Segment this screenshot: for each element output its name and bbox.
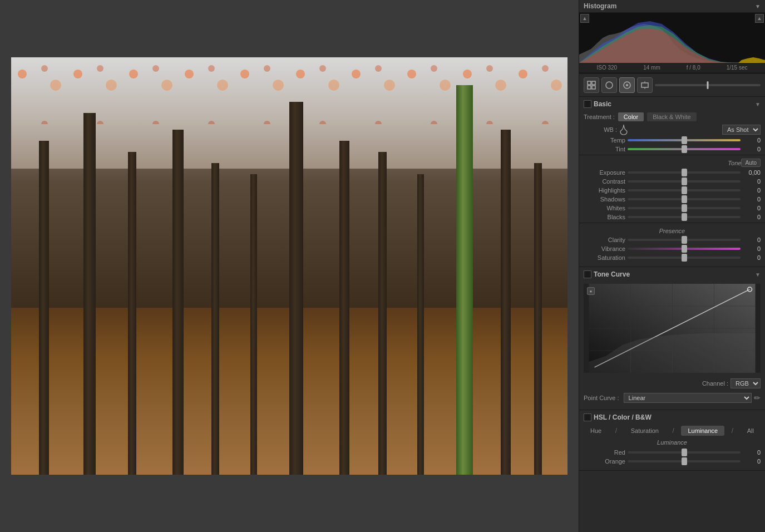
shadows-label: Shadows bbox=[584, 196, 625, 203]
tone-curve-collapse[interactable]: ▼ bbox=[755, 272, 761, 278]
photo-display bbox=[11, 57, 567, 475]
luminance-red-label: Red bbox=[584, 449, 625, 456]
vibrance-label: Vibrance bbox=[584, 245, 625, 252]
blacks-label: Blacks bbox=[584, 214, 625, 220]
vibrance-slider[interactable] bbox=[628, 248, 741, 250]
hsl-tab-luminance[interactable]: Luminance bbox=[681, 426, 724, 436]
blacks-slider-row: Blacks 0 bbox=[579, 213, 765, 221]
histogram-title: Histogram bbox=[584, 2, 616, 10]
vibrance-slider-row: Vibrance 0 bbox=[579, 244, 765, 253]
luminance-orange-label: Orange bbox=[584, 458, 625, 465]
point-curve-row: Point Curve : Linear ✏ bbox=[579, 391, 765, 405]
clarity-slider[interactable] bbox=[628, 239, 741, 241]
rect-tool-btn[interactable] bbox=[637, 77, 653, 93]
svg-point-5 bbox=[606, 82, 613, 88]
exposure-slider[interactable] bbox=[628, 171, 741, 174]
color-treatment-btn[interactable]: Color bbox=[618, 112, 644, 121]
highlights-label: Highlights bbox=[584, 187, 625, 194]
tone-curve-title: Tone Curve bbox=[594, 270, 630, 278]
luminance-header: Luminance bbox=[579, 438, 765, 448]
saturation-label: Saturation bbox=[584, 254, 625, 261]
auto-tone-btn[interactable]: Auto bbox=[741, 159, 761, 167]
contrast-slider[interactable] bbox=[628, 180, 741, 183]
tone-label: Tone bbox=[584, 160, 741, 166]
svg-rect-8 bbox=[641, 83, 648, 87]
contrast-value: 0 bbox=[743, 178, 761, 185]
highlights-slider[interactable] bbox=[628, 189, 741, 191]
hsl-toggle[interactable] bbox=[584, 413, 591, 421]
channel-select[interactable]: RGB bbox=[731, 378, 761, 388]
bw-treatment-btn[interactable]: Black & White bbox=[647, 112, 696, 121]
luminance-orange-slider[interactable] bbox=[628, 460, 741, 462]
shadows-slider-row: Shadows 0 bbox=[579, 195, 765, 204]
point-curve-select[interactable]: Linear bbox=[624, 393, 752, 403]
temp-value: 0 bbox=[743, 137, 761, 144]
curve-point-btn[interactable]: ● bbox=[587, 287, 595, 295]
tone-curve-toggle[interactable] bbox=[584, 270, 591, 278]
target-tool-btn[interactable] bbox=[619, 77, 635, 93]
histogram-highlight-clip-btn[interactable]: ▲ bbox=[755, 14, 764, 23]
contrast-label: Contrast bbox=[584, 178, 625, 185]
circle-tool-btn[interactable] bbox=[601, 77, 617, 93]
exposure-quick-slider[interactable] bbox=[655, 84, 761, 86]
channel-label: Channel : bbox=[702, 380, 728, 387]
wb-label: WB : bbox=[584, 126, 617, 133]
hsl-header: HSL / Color / B&W bbox=[579, 410, 765, 423]
hsl-tab-all[interactable]: All bbox=[741, 426, 761, 436]
histogram-panel: ▲ ▲ ISO 320 14 mm f / 8,0 1/15 sec bbox=[579, 13, 765, 74]
basic-panel-header: Basic ▼ bbox=[579, 97, 765, 110]
luminance-orange-row: Orange 0 bbox=[579, 457, 765, 466]
pencil-icon[interactable]: ✏ bbox=[754, 393, 761, 402]
hsl-tab-saturation[interactable]: Saturation bbox=[624, 426, 665, 436]
aperture-value: f / 8,0 bbox=[687, 65, 700, 71]
wb-selector[interactable]: As Shot bbox=[722, 125, 761, 135]
tone-curve-svg bbox=[584, 284, 761, 373]
wb-dropper-icon[interactable] bbox=[619, 125, 629, 135]
tone-section-header: Tone Auto bbox=[579, 156, 765, 168]
basic-panel: Basic ▼ Treatment : Color Black & White … bbox=[579, 97, 765, 267]
whites-slider[interactable] bbox=[628, 207, 741, 209]
exposure-label: Exposure bbox=[584, 169, 625, 176]
svg-point-7 bbox=[626, 84, 628, 86]
grid-tool-btn[interactable] bbox=[584, 77, 599, 93]
highlights-value: 0 bbox=[743, 187, 761, 194]
saturation-value: 0 bbox=[743, 254, 761, 261]
histogram-arrow[interactable]: ▼ bbox=[755, 3, 761, 9]
blacks-value: 0 bbox=[743, 214, 761, 220]
hsl-title: HSL / Color / B&W bbox=[594, 413, 652, 421]
focal-value: 14 mm bbox=[643, 65, 660, 71]
highlights-slider-row: Highlights 0 bbox=[579, 186, 765, 195]
svg-rect-4 bbox=[592, 86, 595, 89]
luminance-red-slider[interactable] bbox=[628, 451, 741, 454]
treatment-row: Treatment : Color Black & White bbox=[579, 110, 765, 124]
tone-curve-panel: Tone Curve ▼ bbox=[579, 267, 765, 410]
tint-slider[interactable] bbox=[628, 148, 741, 150]
shadows-value: 0 bbox=[743, 196, 761, 203]
whites-slider-row: Whites 0 bbox=[579, 204, 765, 213]
temp-slider-row: Temp 0 bbox=[579, 136, 765, 145]
histogram-shadow-clip-btn[interactable]: ▲ bbox=[580, 14, 589, 23]
saturation-slider[interactable] bbox=[628, 257, 741, 259]
temp-slider[interactable] bbox=[628, 139, 741, 141]
clarity-value: 0 bbox=[743, 237, 761, 243]
basic-panel-collapse[interactable]: ▼ bbox=[755, 101, 761, 107]
clarity-slider-row: Clarity 0 bbox=[579, 235, 765, 244]
hsl-tabs: Hue / Saturation / Luminance / All bbox=[579, 423, 765, 438]
blacks-slider[interactable] bbox=[628, 216, 741, 218]
exposure-value: 0,00 bbox=[743, 169, 761, 176]
whites-value: 0 bbox=[743, 205, 761, 211]
hsl-tab-hue[interactable]: Hue bbox=[584, 426, 608, 436]
tone-curve-display[interactable]: ● bbox=[584, 284, 761, 373]
histogram-chart bbox=[579, 13, 765, 63]
temp-label: Temp bbox=[584, 137, 625, 144]
basic-panel-toggle[interactable] bbox=[584, 100, 591, 108]
contrast-slider-row: Contrast 0 bbox=[579, 177, 765, 186]
basic-panel-title: Basic bbox=[594, 100, 611, 108]
luminance-red-row: Red 0 bbox=[579, 448, 765, 457]
right-panel: Histogram ▼ ▲ ▲ ISO 320 14 mm f / 8,0 1/… bbox=[579, 0, 765, 532]
histogram-header: Histogram ▼ bbox=[579, 0, 765, 13]
wb-row: WB : As Shot bbox=[579, 124, 765, 136]
shadows-slider[interactable] bbox=[628, 198, 741, 200]
treatment-label: Treatment : bbox=[584, 114, 615, 120]
exposure-slider-row: Exposure 0,00 bbox=[579, 168, 765, 177]
